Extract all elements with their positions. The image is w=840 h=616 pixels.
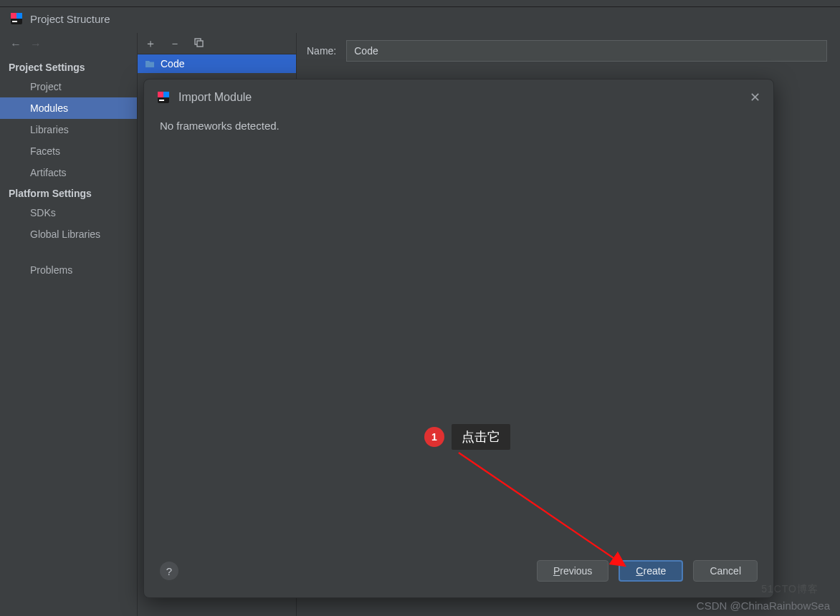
dialog-body: No frameworks detected.: [144, 115, 773, 549]
os-titlebar: [0, 0, 840, 7]
sidebar-item-modules[interactable]: Modules: [0, 97, 137, 119]
copy-module-icon[interactable]: [194, 37, 204, 49]
close-icon[interactable]: ✕: [750, 90, 760, 105]
add-module-icon[interactable]: ＋: [145, 38, 156, 49]
modules-toolbar: ＋ －: [138, 33, 296, 54]
previous-button[interactable]: Previous: [537, 560, 608, 582]
nav-history: ← →: [0, 33, 137, 57]
sidebar-item-problems[interactable]: Problems: [0, 259, 137, 281]
annotation-number: 1: [424, 427, 444, 447]
remove-module-icon[interactable]: －: [169, 38, 181, 49]
sidebar-item-project[interactable]: Project: [0, 76, 137, 97]
sidebar-item-libraries[interactable]: Libraries: [0, 119, 137, 140]
svg-rect-3: [12, 21, 17, 22]
module-item-code[interactable]: Code: [138, 54, 296, 73]
watermark-faint: 51CTO博客: [761, 583, 818, 596]
create-button[interactable]: Create: [619, 560, 683, 582]
dialog-app-icon: [157, 91, 170, 104]
module-item-label: Code: [161, 58, 184, 69]
svg-rect-2: [16, 13, 22, 19]
sidebar: ← → Project Settings Project Modules Lib…: [0, 33, 138, 616]
section-platform-settings: Platform Settings: [0, 183, 137, 202]
dialog-title: Import Module: [178, 91, 252, 104]
dialog-message: No frameworks detected.: [160, 120, 280, 132]
svg-rect-9: [159, 100, 164, 101]
name-label: Name:: [307, 45, 336, 57]
app-icon: [10, 12, 23, 25]
svg-rect-5: [197, 41, 203, 47]
svg-rect-7: [158, 92, 163, 97]
previous-label: revious: [560, 565, 592, 577]
sidebar-item-global-libraries[interactable]: Global Libraries: [0, 223, 137, 245]
module-name-row: Name:: [297, 33, 840, 69]
module-name-input[interactable]: [346, 40, 827, 62]
nav-back-icon[interactable]: ←: [10, 38, 22, 51]
cancel-button[interactable]: Cancel: [693, 560, 758, 582]
sidebar-item-facets[interactable]: Facets: [0, 140, 137, 162]
svg-rect-8: [163, 92, 169, 97]
section-project-settings: Project Settings: [0, 57, 137, 76]
window-header: Project Structure: [0, 7, 840, 33]
dialog-footer: ? Previous Create Cancel: [144, 549, 773, 597]
help-button[interactable]: ?: [160, 562, 178, 580]
nav-forward-icon: →: [30, 38, 42, 51]
window-title: Project Structure: [30, 13, 110, 25]
watermark: CSDN @ChinaRainbowSea: [697, 600, 830, 612]
dialog-header: Import Module ✕: [144, 80, 773, 115]
module-folder-icon: [145, 59, 155, 69]
sidebar-item-artifacts[interactable]: Artifacts: [0, 162, 137, 183]
sidebar-item-sdks[interactable]: SDKs: [0, 202, 137, 223]
import-module-dialog: Import Module ✕ No frameworks detected. …: [143, 79, 774, 598]
create-label: reate: [643, 565, 666, 577]
svg-rect-1: [11, 13, 16, 19]
cancel-label: Cancel: [710, 565, 741, 577]
annotation-label: 点击它: [452, 424, 510, 450]
annotation-callout: 1 点击它: [424, 424, 510, 450]
